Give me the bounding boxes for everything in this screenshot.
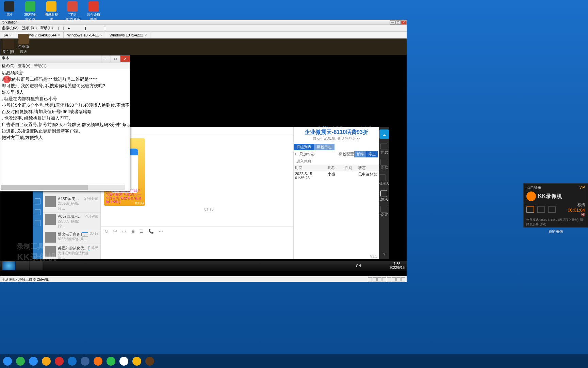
status-icon[interactable]: [373, 277, 377, 281]
status-icon[interactable]: [387, 277, 391, 281]
taskbar-app[interactable]: [66, 355, 78, 367]
automation-panel: 企业微震天-8110话费93折 自动引流加粉, 创造粉丝经济 群组列表 爆粉日志…: [293, 127, 389, 259]
image-icon[interactable]: ▣: [131, 229, 135, 234]
list-item[interactable]: A4SD国美永定... 好友220505_酷酷:[个...27分钟前: [43, 195, 100, 213]
nav-icon[interactable]: [35, 198, 41, 204]
calendar-icon[interactable]: ☰: [140, 229, 144, 234]
taskbar-item[interactable]: [16, 261, 29, 270]
emoji-icon[interactable]: ☺: [104, 229, 109, 234]
only-selected-checkbox[interactable]: ☐ 只加勾选: [295, 152, 339, 157]
close-button[interactable]: ✕: [120, 56, 130, 62]
side-item[interactable]: 设 置: [380, 206, 388, 217]
tab-fan-log[interactable]: 爆粉日志: [314, 144, 334, 150]
tray-icon[interactable]: [378, 264, 382, 268]
region-icon[interactable]: [537, 206, 545, 213]
taskbar-app[interactable]: [144, 355, 156, 367]
status-icon[interactable]: [377, 277, 381, 281]
tab-group-list[interactable]: 群组列表: [294, 144, 314, 150]
minimize-button[interactable]: —: [390, 20, 395, 25]
vmware-tabs: 64× Windows 7 x64983344× Windows 10 x641…: [0, 32, 407, 39]
play-button[interactable]: ▸: [68, 26, 70, 30]
taskbar-clock[interactable]: 1:35 2022/5/15: [390, 262, 405, 270]
notepad-text-area[interactable]: 后必须刷新 是 我的拉群号二维码是*** 我进群号二维码是***** 即可搜到 …: [0, 69, 130, 190]
scissors-icon[interactable]: ✂: [113, 229, 117, 234]
chat-input[interactable]: [101, 236, 317, 250]
taskbar-app[interactable]: [27, 355, 39, 367]
vmware-titlebar[interactable]: /orkstation — □ ✕: [0, 20, 407, 25]
close-button[interactable]: ✕: [401, 20, 407, 25]
menu-tabs[interactable]: 选项卡(I): [22, 26, 37, 31]
taskbar-app[interactable]: [118, 355, 130, 367]
close-icon[interactable]: ×: [100, 33, 102, 37]
vm-tab[interactable]: 64×: [0, 32, 15, 38]
notepad-window: 事本 — □ ✕ 格式(O) 查看(V) 帮助(H) 后必须刷新 是 我的拉群号…: [0, 55, 130, 191]
status-icon[interactable]: [392, 277, 396, 281]
login-link[interactable]: 点击登录: [526, 185, 541, 190]
side-item[interactable]: 机器人: [379, 174, 389, 186]
taskbar-item[interactable]: [30, 261, 43, 270]
menu-vm[interactable]: 虚拟机(M): [2, 26, 19, 31]
status-icon[interactable]: [368, 277, 372, 281]
horizontal-scrollbar[interactable]: [1, 185, 125, 190]
tray-icon[interactable]: [363, 264, 367, 268]
auto-version: V1.1: [294, 254, 379, 259]
ime-indicator[interactable]: CH: [356, 264, 361, 268]
list-item[interactable]: 美团外卖从化优... 好友为保证你的合法权益与 ...昨天: [43, 244, 100, 259]
config-link[interactable]: 爆粉配置: [339, 152, 354, 157]
tray-icon[interactable]: [373, 264, 377, 268]
screen-icon[interactable]: [526, 206, 534, 213]
notepad-titlebar[interactable]: 事本 — □ ✕: [0, 56, 130, 63]
status-icon[interactable]: [401, 277, 405, 281]
taskbar-app[interactable]: [1, 355, 14, 367]
my-recordings-button[interactable]: 我的录像: [524, 227, 588, 235]
more-icon[interactable]: ⋯: [159, 229, 163, 234]
phone-icon[interactable]: 📞: [148, 229, 154, 234]
chat-messages[interactable]: 家里有电脑的,都可以学习我们技术,只是20元一个价目表,包教包会哦,请加Lkz8…: [101, 135, 317, 226]
pause-button[interactable]: ‖: [63, 26, 65, 30]
maximize-button[interactable]: □: [111, 56, 120, 62]
side-item[interactable]: 拉 群: [380, 159, 388, 170]
guest-app-icon[interactable]: 复百[微: [2, 39, 15, 54]
menu-format[interactable]: 格式(O): [2, 63, 15, 68]
taskbar-app[interactable]: [53, 355, 65, 367]
kk-info: 全屏模式: 2560 x 1440 (若是独立显卡), 请降低屏幕/游戏: [524, 218, 588, 227]
maximize-button[interactable]: □: [395, 20, 401, 25]
status-icon[interactable]: [396, 277, 401, 281]
help-icon[interactable]: ?: [383, 252, 385, 256]
start-button[interactable]: [2, 261, 15, 270]
tray-icon[interactable]: [368, 264, 372, 268]
vm-tab[interactable]: Windows 10 x64222×: [106, 32, 151, 38]
side-item[interactable]: 加 人: [380, 190, 388, 202]
minimize-button[interactable]: —: [101, 56, 111, 62]
folder-icon[interactable]: ▭: [122, 229, 126, 234]
auto-logo-icon[interactable]: ☁: [379, 129, 389, 139]
taskbar-app[interactable]: [79, 355, 91, 367]
table-row[interactable]: 2022-5-15 01:35:26 李盛 已申请好友: [294, 171, 379, 181]
nav-icon[interactable]: [35, 209, 41, 215]
taskbar-app[interactable]: [14, 355, 27, 367]
list-item[interactable]: A007西坝河刘...220505_酷酷:[个...29分钟前: [43, 213, 100, 230]
close-icon[interactable]: ×: [9, 33, 11, 37]
nav-icon[interactable]: [35, 220, 41, 226]
taskbar-app[interactable]: [40, 355, 52, 367]
close-icon[interactable]: ×: [58, 33, 60, 37]
list-item[interactable]: 酷比电子商务 全员8165消息92条:周 ...00:12: [43, 230, 100, 244]
taskbar-app[interactable]: [92, 355, 104, 367]
send-button[interactable]: 发送(S): [101, 250, 317, 259]
close-icon[interactable]: ×: [145, 33, 147, 37]
menu-help[interactable]: 帮助(H): [40, 26, 53, 31]
menu-help[interactable]: 帮助(H): [34, 63, 47, 68]
taskbar-app[interactable]: [105, 355, 117, 367]
record-time: 00:01:04: [568, 208, 585, 213]
side-item[interactable]: 群 发: [380, 143, 388, 155]
menu-view[interactable]: 查看(V): [18, 63, 31, 68]
game-icon[interactable]: [548, 206, 556, 213]
status-icon[interactable]: [382, 277, 386, 281]
pause-button[interactable]: 暂停: [354, 151, 366, 157]
guest-app-icon[interactable]: 企业微震天: [17, 34, 30, 54]
tray-icon[interactable]: [383, 264, 388, 268]
mute-icon[interactable]: 🔇: [568, 213, 585, 216]
stop-button[interactable]: 停止: [366, 151, 378, 157]
taskbar-app[interactable]: [131, 355, 143, 367]
vm-tab[interactable]: Windows 10 x6411×: [64, 32, 106, 38]
